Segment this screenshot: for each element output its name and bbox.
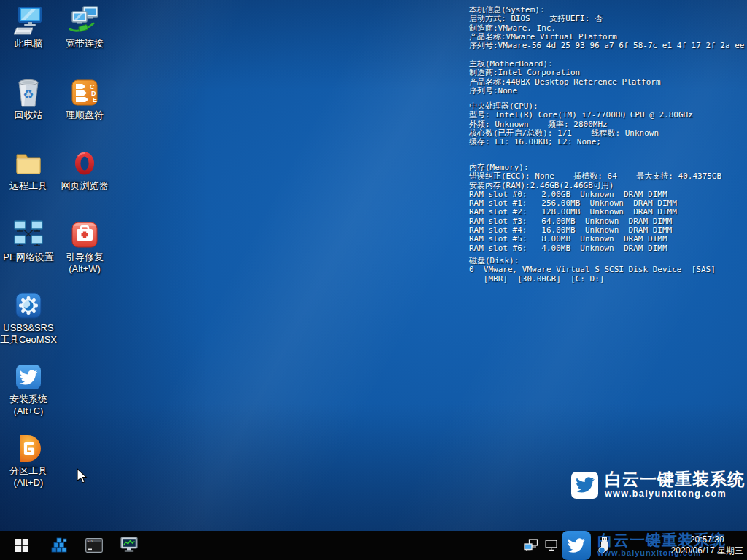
brand-bird-icon (571, 472, 598, 499)
registry-cubes-icon (50, 537, 68, 554)
command-prompt-icon: C:\ (85, 538, 103, 553)
desktop-icon-partition-tool[interactable]: 分区工具 (Alt+D) (1, 433, 56, 489)
brand-title: 白云一键重装系统 (605, 470, 745, 489)
this-pc-icon (12, 6, 44, 36)
folder-icon (13, 148, 44, 179)
svg-text:C:\: C:\ (88, 539, 93, 542)
usb3-srs-icon (14, 290, 43, 321)
svg-text:♻: ♻ (23, 87, 34, 101)
icon-label: 回收站 (15, 109, 43, 121)
opera-browser-icon (70, 148, 99, 179)
taskbar: C:\ 白云一键重装系统 www.baiy (0, 531, 747, 560)
desktop-icon-drive-letters[interactable]: C D E 理顺盘符 (57, 77, 112, 121)
network-settings-icon (12, 219, 44, 250)
desktop-icon-remote-tools[interactable]: 远程工具 (1, 148, 56, 192)
desktop-icon-web-browser[interactable]: 网页浏览器 (57, 148, 112, 192)
svg-text:E: E (93, 96, 97, 104)
taskbar-registry-tool-button[interactable] (45, 531, 73, 560)
icon-label-line2: 工具CeoMSX (0, 334, 57, 346)
desktop-icon-install-system[interactable]: 安装系统 (Alt+C) (1, 362, 56, 417)
desktop-icon-this-pc[interactable]: 此电脑 (1, 6, 56, 50)
drive-letters-icon: C D E (70, 77, 99, 108)
tray-network-icon[interactable] (521, 531, 541, 560)
desktop-icon-recycle-bin[interactable]: ♻ 回收站 (1, 77, 56, 121)
sysinfo-memory-block: 内存(Memory): 错误纠正(ECC): None 插槽数: 64 最大支持… (469, 163, 721, 253)
desktop-icon-boot-repair[interactable]: 引导修复 (Alt+W) (57, 219, 112, 275)
taskbar-clock[interactable]: 20:57:30 2020/06/17 星期三 (671, 534, 743, 556)
mouse-cursor (77, 468, 88, 487)
tray-usb-icon[interactable] (597, 531, 611, 560)
boot-repair-icon (70, 219, 99, 250)
icon-label-line2: (Alt+C) (14, 405, 44, 417)
icon-label: 分区工具 (9, 465, 47, 477)
clock-time: 20:57:30 (671, 534, 743, 545)
icon-label: 理顺盘符 (66, 109, 104, 121)
icon-label: 引导修复 (66, 252, 104, 263)
sysinfo-system-block: 本机信息(System): 启动方式: BIOS 支持UEFI: 否 制造商:V… (469, 6, 747, 50)
icon-label: 安装系统 (9, 394, 47, 405)
diskgenius-icon (14, 433, 43, 464)
clock-date: 2020/06/17 星期三 (671, 545, 743, 556)
system-monitor-icon (120, 537, 139, 554)
sysinfo-disk-block: 磁盘(Disk): 0 VMware, VMware Virtual S SCS… (469, 257, 716, 284)
install-system-bird-icon (14, 362, 43, 392)
brand-logo: 白云一键重装系统 www.baiyunxitong.com (571, 470, 745, 499)
brand-url: www.baiyunxitong.com (605, 489, 745, 499)
icon-label: 远程工具 (9, 180, 47, 192)
icon-label-line2: (Alt+W) (69, 263, 101, 275)
icon-label: 此电脑 (15, 38, 43, 50)
taskbar-task-manager-button[interactable] (115, 531, 144, 560)
sysinfo-motherboard-block: 主板(MotherBoard): 制造商:Intel Corporation 产… (469, 60, 661, 96)
desktop-icon-pe-network-settings[interactable]: PE网络设置 (1, 219, 56, 263)
taskbar-baiyun-app-button[interactable] (562, 531, 591, 560)
broadband-icon (69, 6, 101, 36)
start-button[interactable] (6, 531, 38, 560)
desktop-icon-usb3-srs-tool[interactable]: USB3&SRS 工具CeoMSX (1, 290, 56, 346)
taskbar-cmd-button[interactable]: C:\ (80, 531, 108, 560)
icon-label: 宽带连接 (66, 38, 104, 50)
desktop-icon-broadband[interactable]: 宽带连接 (57, 6, 112, 50)
windows-logo-icon (15, 539, 28, 552)
icon-label-line2: (Alt+D) (14, 477, 44, 489)
icon-label: PE网络设置 (3, 252, 53, 263)
recycle-bin-icon: ♻ (14, 77, 43, 108)
icon-label: USB3&SRS (3, 322, 53, 334)
bird-icon (568, 537, 585, 554)
sysinfo-cpu-block: 中央处理器(CPU): 型号: Intel(R) Core(TM) i7-770… (469, 102, 693, 147)
icon-label: 网页浏览器 (61, 180, 109, 192)
tray-display-icon[interactable] (543, 531, 560, 560)
